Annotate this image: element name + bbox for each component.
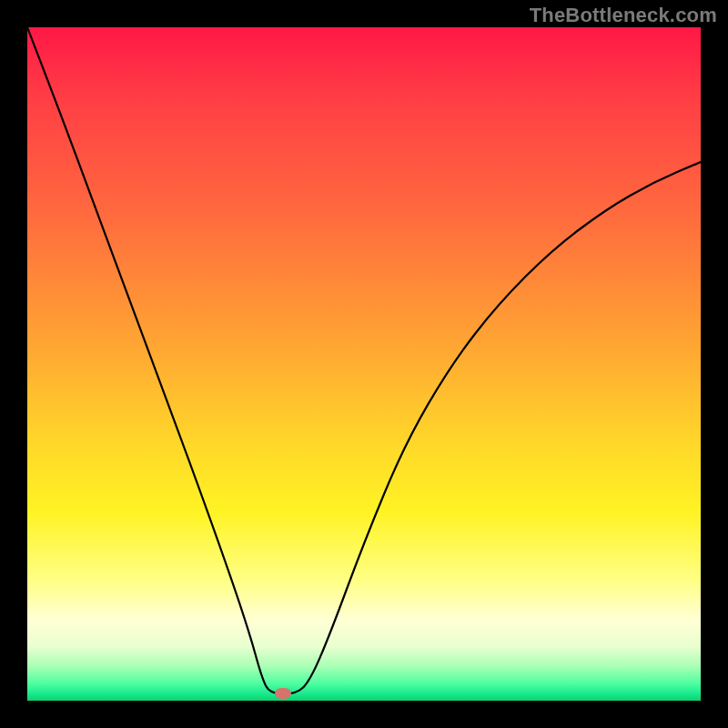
bottleneck-curve <box>27 27 701 701</box>
chart-frame: TheBottleneck.com <box>0 0 728 728</box>
minimum-marker-icon <box>275 688 291 699</box>
watermark-text: TheBottleneck.com <box>530 4 717 27</box>
plot-area <box>27 27 701 701</box>
